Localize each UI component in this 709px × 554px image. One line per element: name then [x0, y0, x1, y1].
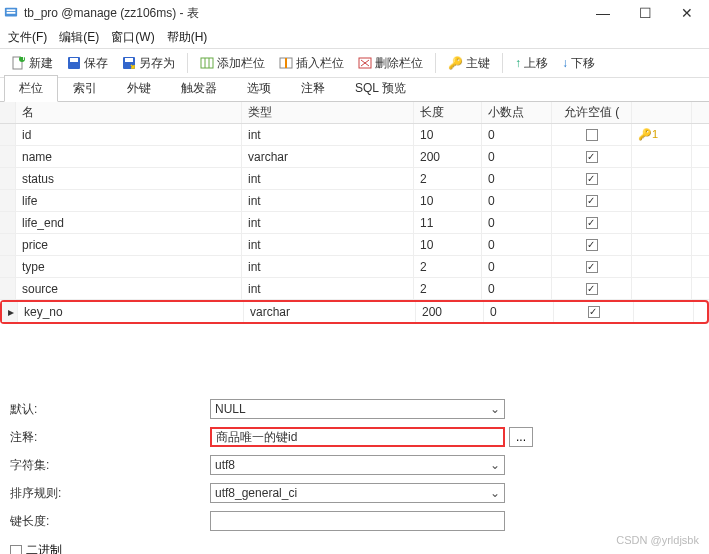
collation-field[interactable]: utf8_general_ci — [210, 483, 505, 503]
minimize-button[interactable]: — — [591, 5, 615, 21]
cell-name[interactable]: id — [16, 124, 242, 145]
cell-len[interactable]: 2 — [414, 168, 482, 189]
menu-file[interactable]: 文件(F) — [8, 29, 47, 46]
cell-len[interactable]: 2 — [414, 256, 482, 277]
cell-name[interactable]: price — [16, 234, 242, 255]
cell-type[interactable]: varchar — [242, 146, 414, 167]
saveas-button[interactable]: 另存为 — [116, 53, 181, 74]
col-len[interactable]: 长度 — [414, 102, 482, 123]
null-checkbox[interactable] — [588, 306, 600, 318]
cell-name[interactable]: source — [16, 278, 242, 299]
cell-type[interactable]: int — [242, 190, 414, 211]
addcol-button[interactable]: 添加栏位 — [194, 53, 271, 74]
insertcol-button[interactable]: 插入栏位 — [273, 53, 350, 74]
null-checkbox[interactable] — [586, 173, 598, 185]
cell-dec[interactable]: 0 — [482, 124, 552, 145]
cell-name[interactable]: status — [16, 168, 242, 189]
cell-type[interactable]: int — [242, 124, 414, 145]
table-row[interactable]: ▸key_novarchar2000 — [0, 300, 709, 324]
default-field[interactable]: NULL — [210, 399, 505, 419]
cell-name[interactable]: type — [16, 256, 242, 277]
cell-null[interactable] — [552, 212, 632, 233]
comment-field[interactable]: 商品唯一的键id — [210, 427, 505, 447]
cell-dec[interactable]: 0 — [482, 234, 552, 255]
cell-dec[interactable]: 0 — [484, 302, 554, 322]
cell-dec[interactable]: 0 — [482, 256, 552, 277]
cell-name[interactable]: life — [16, 190, 242, 211]
pk-button[interactable]: 🔑主键 — [442, 53, 496, 74]
menu-edit[interactable]: 编辑(E) — [59, 29, 99, 46]
cell-dec[interactable]: 0 — [482, 168, 552, 189]
table-row[interactable]: life_endint110 — [0, 212, 709, 234]
tab-4[interactable]: 选项 — [232, 75, 286, 101]
cell-type[interactable]: int — [242, 168, 414, 189]
null-checkbox[interactable] — [586, 239, 598, 251]
null-checkbox[interactable] — [586, 129, 598, 141]
cell-null[interactable] — [552, 278, 632, 299]
movedown-button[interactable]: ↓下移 — [556, 53, 601, 74]
cell-len[interactable]: 10 — [414, 234, 482, 255]
maximize-button[interactable]: ☐ — [633, 5, 657, 21]
cell-len[interactable]: 10 — [414, 124, 482, 145]
table-row[interactable]: priceint100 — [0, 234, 709, 256]
binary-checkbox[interactable] — [10, 545, 22, 555]
cell-len[interactable]: 200 — [414, 146, 482, 167]
table-row[interactable]: statusint20 — [0, 168, 709, 190]
col-dec[interactable]: 小数点 — [482, 102, 552, 123]
table-row[interactable]: lifeint100 — [0, 190, 709, 212]
cell-dec[interactable]: 0 — [482, 278, 552, 299]
table-row[interactable]: sourceint20 — [0, 278, 709, 300]
charset-field[interactable]: utf8 — [210, 455, 505, 475]
null-checkbox[interactable] — [586, 283, 598, 295]
cell-name[interactable]: name — [16, 146, 242, 167]
cell-name[interactable]: key_no — [18, 302, 244, 322]
comment-dots-button[interactable]: ... — [509, 427, 533, 447]
table-row[interactable]: idint100🔑1 — [0, 124, 709, 146]
table-row[interactable]: namevarchar2000 — [0, 146, 709, 168]
tab-0[interactable]: 栏位 — [4, 75, 58, 102]
col-null[interactable]: 允许空值 ( — [552, 102, 632, 123]
moveup-button[interactable]: ↑上移 — [509, 53, 554, 74]
delcol-button[interactable]: 删除栏位 — [352, 53, 429, 74]
col-name[interactable]: 名 — [16, 102, 242, 123]
menu-window[interactable]: 窗口(W) — [111, 29, 154, 46]
null-checkbox[interactable] — [586, 195, 598, 207]
null-checkbox[interactable] — [586, 261, 598, 273]
cell-dec[interactable]: 0 — [482, 212, 552, 233]
tab-6[interactable]: SQL 预览 — [340, 75, 421, 101]
cell-type[interactable]: int — [242, 278, 414, 299]
close-button[interactable]: ✕ — [675, 5, 699, 21]
cell-type[interactable]: int — [242, 234, 414, 255]
cell-len[interactable]: 200 — [416, 302, 484, 322]
cell-type[interactable]: int — [242, 256, 414, 277]
cell-null[interactable] — [552, 234, 632, 255]
svg-rect-9 — [125, 58, 133, 62]
new-button[interactable]: +新建 — [6, 53, 59, 74]
cell-null[interactable] — [552, 256, 632, 277]
null-checkbox[interactable] — [586, 151, 598, 163]
cell-null[interactable] — [552, 190, 632, 211]
cell-len[interactable]: 2 — [414, 278, 482, 299]
cell-null[interactable] — [552, 124, 632, 145]
cell-null[interactable] — [552, 146, 632, 167]
keylen-field[interactable] — [210, 511, 505, 531]
cell-name[interactable]: life_end — [16, 212, 242, 233]
cell-dec[interactable]: 0 — [482, 146, 552, 167]
cell-null[interactable] — [552, 168, 632, 189]
cell-dec[interactable]: 0 — [482, 190, 552, 211]
cell-len[interactable]: 10 — [414, 190, 482, 211]
null-checkbox[interactable] — [586, 217, 598, 229]
tab-3[interactable]: 触发器 — [166, 75, 232, 101]
col-type[interactable]: 类型 — [242, 102, 414, 123]
tab-2[interactable]: 外键 — [112, 75, 166, 101]
save-button[interactable]: 保存 — [61, 53, 114, 74]
tab-1[interactable]: 索引 — [58, 75, 112, 101]
cell-len[interactable]: 11 — [414, 212, 482, 233]
cell-key — [632, 168, 692, 189]
table-row[interactable]: typeint20 — [0, 256, 709, 278]
cell-type[interactable]: int — [242, 212, 414, 233]
cell-null[interactable] — [554, 302, 634, 322]
cell-type[interactable]: varchar — [244, 302, 416, 322]
tab-5[interactable]: 注释 — [286, 75, 340, 101]
menu-help[interactable]: 帮助(H) — [167, 29, 208, 46]
